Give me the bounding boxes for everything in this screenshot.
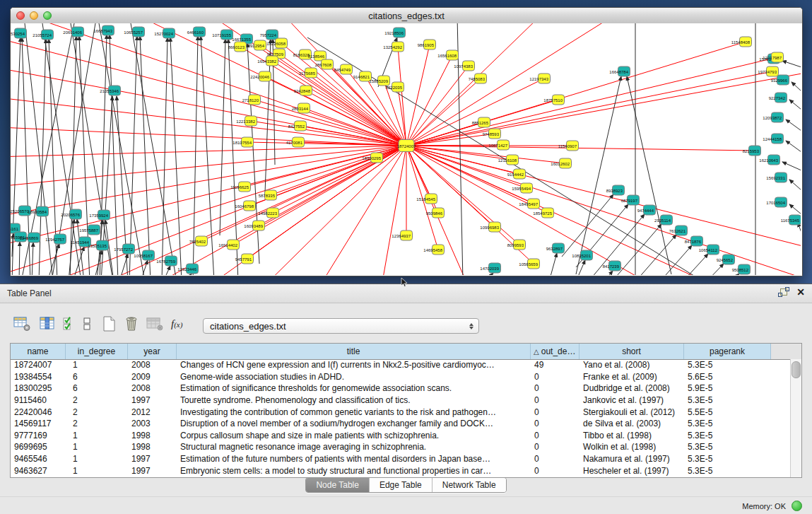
graph-edge[interactable] [304,108,406,146]
graph-edge[interactable] [789,100,801,110]
tab-network-table[interactable]: Network Table [433,478,506,492]
cell-year[interactable]: 1998 [128,442,177,452]
cell-short[interactable]: Franke et al. (2009) [579,372,684,382]
graph-edge[interactable] [11,146,406,253]
cell-pagerank[interactable]: 5.6E-5 [684,372,771,382]
cell-pagerank[interactable]: 5.3E-5 [684,442,771,452]
graph-edge[interactable] [406,78,481,146]
graph-edge[interactable] [245,146,406,187]
cell-title[interactable]: Estimation of the future numbers of pati… [177,454,531,464]
cell-in_degree[interactable]: 2 [66,419,128,428]
column-header-title[interactable]: title [177,344,531,359]
cell-short[interactable]: de Silva et al. (2003) [579,419,684,428]
graph-edge[interactable] [273,146,406,213]
delete-table-button[interactable] [146,314,164,334]
cell-out_degree[interactable]: 0 [531,431,579,440]
show-hide-columns-button[interactable] [39,314,56,334]
cell-pagerank[interactable]: 5.3E-5 [684,431,771,440]
cell-short[interactable]: Hescheler et al. (1997) [579,466,684,476]
table-options-button[interactable] [13,314,31,334]
graph-edge[interactable] [163,266,170,275]
cell-in_degree[interactable]: 2 [66,395,128,405]
cell-out_degree[interactable]: 0 [531,454,579,464]
cell-year[interactable]: 2003 [128,419,177,428]
graph-edge[interactable] [406,55,452,146]
column-header-in_degree[interactable]: in_degree [66,344,128,359]
cell-title[interactable]: Tourette syndrome. Phenomenology and cla… [177,395,531,405]
graph-edge[interactable] [782,61,801,67]
table-selector-dropdown[interactable]: citations_edges.txt [203,318,479,334]
cell-out_degree[interactable]: 0 [531,442,579,452]
graph-edge[interactable] [140,36,151,275]
graph-edge[interactable] [549,253,557,275]
cell-title[interactable]: Investigating the contribution of common… [177,407,531,417]
cell-in_degree[interactable]: 6 [66,372,128,382]
close-panel-icon[interactable]: ✕ [796,287,805,297]
deselect-all-button[interactable] [82,314,92,334]
graph-edge[interactable] [406,78,544,146]
cell-in_degree[interactable]: 1 [66,360,128,370]
graph-edge[interactable] [406,71,772,146]
cell-title[interactable]: Estimation of significance thresholds fo… [177,383,531,393]
graph-edge[interactable] [406,146,801,275]
cell-name[interactable]: 19384554 [11,372,66,382]
table-row[interactable]: 1456911722003Disruption of a novel membe… [11,418,791,430]
cell-title[interactable]: Genome-wide association studies in ADHD. [177,372,531,382]
vertical-scrollbar[interactable] [790,359,801,477]
cell-name[interactable]: 14569117 [11,419,66,428]
table-row[interactable]: 1872400712008Changes of HCN gene express… [11,359,791,371]
cell-pagerank[interactable]: 5.3E-5 [684,419,771,428]
new-column-button[interactable] [100,314,117,334]
table-row[interactable]: 1830029562008Estimation of significance … [11,382,791,395]
cell-in_degree[interactable]: 1 [66,466,128,476]
cell-year[interactable]: 2008 [128,383,177,393]
graph-edge[interactable] [576,76,621,274]
cell-name[interactable]: 9777169 [11,431,66,440]
graph-edge[interactable] [789,204,801,214]
cell-year[interactable]: 1998 [128,431,177,440]
column-header-short[interactable]: short [579,344,684,359]
cell-title[interactable]: Embryonic stem cells: a model to study s… [177,466,531,476]
citation-network-graph[interactable]: 1153025421055724206914061668794310655257… [11,23,801,275]
graph-edge[interactable] [11,30,406,146]
cell-in_degree[interactable]: 1 [66,431,128,440]
cell-short[interactable]: Yano et al. (2008) [579,360,684,370]
cell-pagerank[interactable]: 5.9E-5 [684,383,771,393]
cell-out_degree[interactable]: 0 [531,466,579,476]
cell-pagerank[interactable]: 5.3E-5 [684,454,771,464]
cell-pagerank[interactable]: 5.3E-5 [684,360,771,370]
cell-short[interactable]: Tibbo et al. (1998) [579,431,684,440]
cell-name[interactable]: 22420046 [11,407,66,417]
cell-year[interactable]: 1997 [128,466,177,476]
table-row[interactable]: 969969511998Structural magnetic resonanc… [11,441,791,453]
graph-edge[interactable] [782,162,801,170]
float-panel-icon[interactable] [778,287,788,297]
graph-edge[interactable] [406,23,647,146]
function-builder-button[interactable]: f(x) [171,314,182,334]
graph-edge[interactable] [71,23,113,275]
graph-edge[interactable] [19,242,20,275]
cell-year[interactable]: 1997 [128,395,177,405]
network-canvas[interactable]: 1153025421055724206914061668794310655257… [11,23,802,276]
cell-title[interactable]: Structural magnetic resonance image aver… [177,442,531,452]
graph-edge[interactable] [562,194,613,257]
cell-in_degree[interactable]: 1 [66,442,128,452]
cell-in_degree[interactable]: 6 [66,383,128,393]
tab-edge-table[interactable]: Edge Table [370,478,433,492]
cell-short[interactable]: Nakamura et al. (1997) [579,454,684,464]
cell-out_degree[interactable]: 0 [531,395,579,405]
table-row[interactable]: 2242004622012Investigating the contribut… [11,406,791,418]
table-row[interactable]: 977716911998Corpus callosum shape and si… [11,430,791,442]
select-all-button[interactable] [62,314,76,334]
window-titlebar[interactable]: citations_edges.txt [11,8,802,24]
graph-edge[interactable] [406,146,565,163]
cell-year[interactable]: 1997 [128,454,177,464]
cell-out_degree[interactable]: 0 [531,372,579,382]
column-header-year[interactable]: year [128,344,177,359]
graph-edge[interactable] [11,62,406,146]
table-row[interactable]: 911546021997Tourette syndrome. Phenomeno… [11,395,791,407]
graph-edge[interactable] [789,180,801,190]
cell-name[interactable]: 18724007 [11,360,66,370]
graph-edge[interactable] [378,146,406,275]
graph-edge[interactable] [406,146,801,257]
